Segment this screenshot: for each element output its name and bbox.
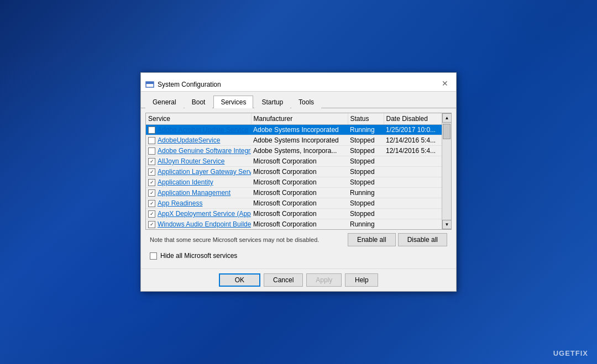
service-cell: Adobe Acrobat Update Service [146, 125, 251, 135]
service-cell: AppX Deployment Service (AppX... [146, 209, 251, 219]
service-cell: AdobeUpdateService [146, 135, 251, 146]
tab-boot[interactable]: Boot [185, 96, 213, 108]
table-header: Service Manufacturer Status Date Disable… [146, 113, 442, 125]
service-cell: Application Layer Gateway Service [146, 167, 251, 177]
service-checkbox[interactable] [148, 126, 155, 134]
date-cell [384, 209, 442, 219]
service-name[interactable]: Application Identity [158, 178, 213, 186]
scroll-thumb[interactable] [443, 124, 451, 139]
bottom-buttons: OK Cancel Apply Help [141, 268, 456, 291]
service-checkbox[interactable] [148, 210, 155, 218]
header-service: Service [146, 113, 251, 125]
table-row[interactable]: Windows Audio Endpoint Builder Microsoft… [146, 219, 442, 230]
cancel-button[interactable]: Cancel [264, 273, 303, 287]
table-row[interactable]: Adobe Acrobat Update Service Adobe Syste… [146, 125, 442, 135]
service-name[interactable]: Windows Audio Endpoint Builder [158, 220, 251, 228]
service-name[interactable]: Application Management [158, 189, 231, 197]
note-bar: Note that some secure Microsoft services… [145, 230, 452, 250]
manufacturer-cell: Adobe Systems, Incorpora... [251, 146, 348, 156]
tab-startup[interactable]: Startup [254, 96, 290, 108]
hide-microsoft-checkbox[interactable] [150, 252, 157, 260]
service-checkbox[interactable] [148, 189, 155, 197]
service-cell: Windows Audio Endpoint Builder [146, 219, 251, 230]
services-table-container: Service Manufacturer Status Date Disable… [145, 113, 452, 230]
watermark: UGETFIX [553, 349, 588, 357]
scroll-up-arrow[interactable]: ▲ [442, 113, 452, 123]
service-name[interactable]: Adobe Genuine Software Integri... [158, 147, 251, 155]
status-cell: Running [348, 188, 384, 198]
service-checkbox[interactable] [148, 147, 155, 155]
enable-all-button[interactable]: Enable all [348, 233, 396, 246]
table-row[interactable]: AppX Deployment Service (AppX... Microso… [146, 209, 442, 219]
service-name[interactable]: Adobe Acrobat Update Service [158, 126, 248, 134]
header-status: Status [348, 113, 384, 125]
service-checkbox[interactable] [148, 137, 155, 144]
ok-button[interactable]: OK [219, 273, 260, 287]
date-cell [384, 177, 442, 188]
tab-general[interactable]: General [145, 96, 184, 108]
table-row[interactable]: AllJoyn Router Service Microsoft Corpora… [146, 156, 442, 167]
close-button[interactable]: ✕ [438, 77, 452, 90]
manufacturer-cell: Microsoft Corporation [251, 156, 348, 167]
date-cell: 12/14/2016 5:4... [384, 135, 442, 146]
scroll-down-arrow[interactable]: ▼ [442, 220, 452, 229]
table-body: Adobe Acrobat Update Service Adobe Syste… [146, 125, 442, 230]
system-configuration-window: System Configuration ✕ General Boot Serv… [140, 72, 457, 292]
service-name[interactable]: App Readiness [158, 199, 202, 207]
date-cell [384, 219, 442, 230]
window-icon [145, 80, 154, 89]
date-cell [384, 188, 442, 198]
status-cell: Stopped [348, 167, 384, 177]
svg-rect-1 [146, 82, 154, 84]
header-date: Date Disabled [384, 113, 442, 125]
status-cell: Running [348, 219, 384, 230]
title-bar-left: System Configuration [145, 80, 221, 89]
tab-services[interactable]: Services [213, 96, 253, 108]
table-row[interactable]: Application Management Microsoft Corpora… [146, 188, 442, 198]
hide-microsoft-label: Hide all Microsoft services [160, 252, 237, 260]
table-wrap: Service Manufacturer Status Date Disable… [146, 113, 451, 229]
service-checkbox[interactable] [148, 179, 155, 186]
service-checkbox[interactable] [148, 200, 155, 207]
service-cell: Application Management [146, 188, 251, 198]
service-checkbox[interactable] [148, 158, 155, 165]
table-row[interactable]: Application Identity Microsoft Corporati… [146, 177, 442, 188]
date-cell [384, 198, 442, 209]
status-cell: Stopped [348, 209, 384, 219]
status-cell: Stopped [348, 177, 384, 188]
status-cell: Running [348, 125, 384, 135]
vertical-scrollbar[interactable]: ▲ ▼ [442, 113, 451, 229]
table-row[interactable]: App Readiness Microsoft Corporation Stop… [146, 198, 442, 209]
service-name[interactable]: AllJoyn Router Service [158, 157, 224, 165]
manufacturer-cell: Microsoft Corporation [251, 177, 348, 188]
table-row[interactable]: Application Layer Gateway Service Micros… [146, 167, 442, 177]
tab-bar: General Boot Services Startup Tools [141, 92, 456, 108]
table-row[interactable]: AdobeUpdateService Adobe Systems Incorpo… [146, 135, 442, 146]
tab-tools[interactable]: Tools [291, 96, 321, 108]
service-checkbox[interactable] [148, 168, 155, 176]
service-name[interactable]: AppX Deployment Service (AppX... [158, 210, 251, 218]
date-cell [384, 156, 442, 167]
header-manufacturer: Manufacturer [251, 113, 348, 125]
service-name[interactable]: Application Layer Gateway Service [158, 168, 251, 176]
date-cell: 12/14/2016 5:4... [384, 146, 442, 156]
main-content: Service Manufacturer Status Date Disable… [141, 108, 456, 268]
status-cell: Stopped [348, 135, 384, 146]
note-text: Note that some secure Microsoft services… [150, 236, 319, 243]
status-cell: Stopped [348, 146, 384, 156]
service-checkbox[interactable] [148, 221, 155, 228]
date-cell: 1/25/2017 10:0... [384, 125, 442, 135]
apply-button[interactable]: Apply [306, 273, 342, 287]
manufacturer-cell: Adobe Systems Incorporated [251, 135, 348, 146]
scroll-track[interactable] [442, 123, 451, 220]
status-cell: Stopped [348, 156, 384, 167]
table-row[interactable]: Adobe Genuine Software Integri... Adobe … [146, 146, 442, 156]
service-cell: App Readiness [146, 198, 251, 209]
disable-all-button[interactable]: Disable all [398, 233, 447, 246]
service-name[interactable]: AdobeUpdateService [158, 136, 220, 144]
service-cell: AllJoyn Router Service [146, 156, 251, 167]
hide-bar: Hide all Microsoft services [145, 250, 452, 264]
manufacturer-cell: Microsoft Corporation [251, 188, 348, 198]
help-button[interactable]: Help [345, 273, 378, 287]
services-list: Service Manufacturer Status Date Disable… [146, 113, 442, 229]
